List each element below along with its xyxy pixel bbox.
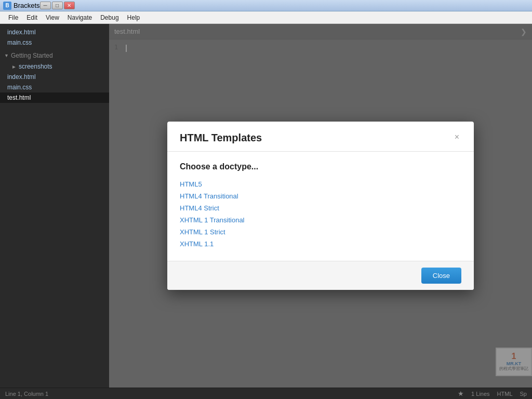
editor-area: test.html ❯ 1 HTML Templates × Choose a … — [109, 24, 532, 388]
menu-view[interactable]: View — [42, 13, 63, 22]
status-bar: Line 1, Column 1 ★ 1 Lines HTML Sp — [0, 388, 532, 399]
status-lines: 1 Lines — [471, 391, 489, 397]
status-encoding[interactable]: Sp — [520, 391, 527, 397]
main-layout: index.html main.css ▼ Getting Started ► … — [0, 24, 532, 388]
dialog-body: Choose a doctype... HTML5 HTML4 Transiti… — [167, 152, 474, 261]
doctype-html5[interactable]: HTML5 — [180, 179, 461, 190]
menu-navigate[interactable]: Navigate — [63, 13, 96, 22]
sidebar-file-index-top[interactable]: index.html — [0, 27, 109, 37]
sidebar-section-getting-started[interactable]: ▼ Getting Started — [0, 48, 109, 61]
menu-bar: File Edit View Navigate Debug Help — [0, 11, 532, 24]
sidebar-file-test[interactable]: test.html — [0, 92, 109, 103]
doctype-xhtml11[interactable]: XHTML 1.1 — [180, 238, 461, 249]
sidebar-folder-screenshots[interactable]: ► screenshots — [0, 61, 109, 72]
doctype-xhtml1-transitional[interactable]: XHTML 1 Transitional — [180, 215, 461, 225]
dialog-title: HTML Templates — [180, 132, 262, 144]
menu-debug[interactable]: Debug — [96, 13, 123, 22]
dialog-close-x-button[interactable]: × — [453, 132, 461, 142]
status-lang[interactable]: HTML — [497, 391, 513, 397]
dialog-subtitle: Choose a doctype... — [180, 162, 461, 171]
restore-button[interactable]: □ — [52, 2, 63, 9]
doctype-html4-transitional[interactable]: HTML4 Transitional — [180, 191, 461, 202]
close-button[interactable]: ✕ — [64, 2, 75, 9]
menu-file[interactable]: File — [4, 13, 22, 22]
sidebar-file-main-top[interactable]: main.css — [0, 37, 109, 48]
doctype-html4-strict[interactable]: HTML4 Strict — [180, 203, 461, 214]
minimize-button[interactable]: ─ — [40, 2, 51, 9]
title-bar-controls: ─ □ ✕ — [40, 2, 75, 9]
title-bar: B Brackets ─ □ ✕ — [0, 0, 532, 11]
section-arrow: ▼ — [4, 53, 9, 58]
status-position: Line 1, Column 1 — [5, 391, 48, 397]
dialog: HTML Templates × Choose a doctype... HTM… — [167, 122, 474, 290]
folder-label: screenshots — [19, 63, 52, 70]
doctype-xhtml1-strict[interactable]: XHTML 1 Strict — [180, 227, 461, 237]
sidebar-file-index[interactable]: index.html — [0, 72, 109, 82]
status-star-icon[interactable]: ★ — [458, 390, 464, 397]
section-label: Getting Started — [11, 52, 53, 59]
menu-edit[interactable]: Edit — [22, 13, 42, 22]
modal-overlay: HTML Templates × Choose a doctype... HTM… — [109, 24, 532, 388]
dialog-header: HTML Templates × — [167, 122, 474, 152]
status-right: ★ 1 Lines HTML Sp — [458, 390, 527, 397]
dialog-footer: Close — [167, 261, 474, 290]
folder-arrow-icon: ► — [11, 64, 17, 70]
title-bar-text: Brackets — [14, 2, 40, 9]
sidebar-file-main[interactable]: main.css — [0, 82, 109, 92]
sidebar: index.html main.css ▼ Getting Started ► … — [0, 24, 109, 388]
close-dialog-button[interactable]: Close — [421, 268, 461, 284]
menu-help[interactable]: Help — [123, 13, 144, 22]
app-icon: B — [3, 2, 11, 10]
